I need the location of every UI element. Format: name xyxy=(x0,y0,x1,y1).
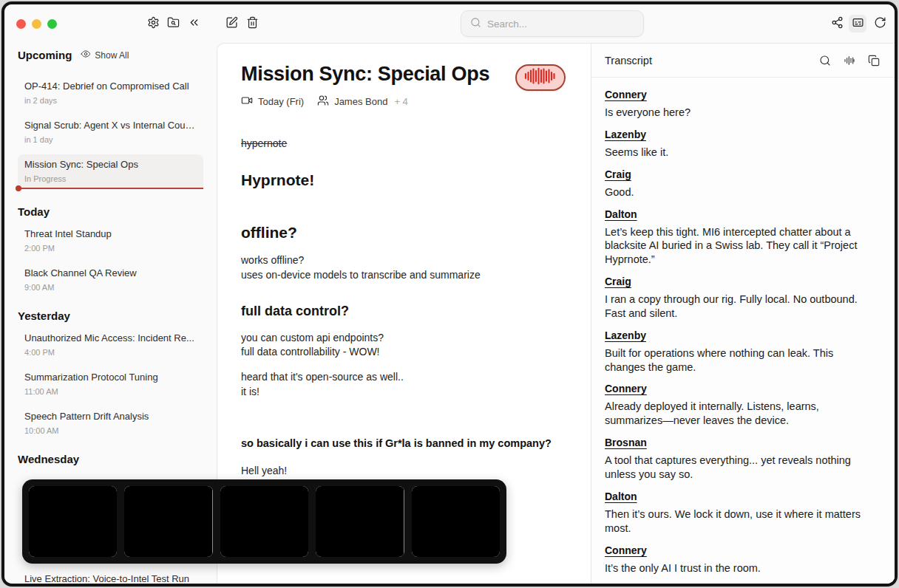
bond-actor-photo-5 xyxy=(412,486,500,557)
transcript-entry: Dalton Then it’s ours. We lock it down, … xyxy=(605,490,877,536)
speaker-label[interactable]: Lazenby xyxy=(605,129,646,140)
collapse-sidebar-button[interactable] xyxy=(185,15,203,33)
transcript-list: Connery Is everyone here? Lazenby Seems … xyxy=(591,78,895,584)
transcript-entry: Craig xyxy=(605,583,877,584)
sidebar-note-item[interactable]: Speech Pattern Drift Analysis 10:00 AM xyxy=(18,406,203,440)
record-button[interactable] xyxy=(515,64,566,91)
toolbar xyxy=(4,4,895,43)
speaker-label[interactable]: Craig xyxy=(605,276,631,287)
bond-photo-strip xyxy=(22,479,506,564)
toggle-transcript-button[interactable] xyxy=(849,15,866,33)
sidebar-note-item[interactable]: Unauthorized Mic Access: Incident Re... … xyxy=(18,328,203,361)
delete-note-button[interactable] xyxy=(243,15,261,33)
transcript-entry: Craig Good. xyxy=(605,168,877,199)
traffic-lights xyxy=(16,19,57,29)
record-waveform-icon xyxy=(523,66,557,89)
note-title[interactable]: Mission Sync: Special Ops xyxy=(241,63,489,86)
meeting-date[interactable]: Today (Fri) xyxy=(241,95,304,109)
note-heading: Hyprnote! xyxy=(241,169,566,191)
speaker-label[interactable]: Brosnan xyxy=(605,437,647,448)
sidebar-note-item[interactable]: OP-414: Debrief on Compromised Call in 2… xyxy=(18,76,203,109)
transcript-entry: Connery It’s the only AI I trust in the … xyxy=(605,544,877,575)
note-heading: offline? xyxy=(241,222,566,243)
transcript-panel: Transcript Connery Is everyone here? Laz… xyxy=(591,44,895,584)
app-window: Upcoming Show All OP-414: Debrief on Com… xyxy=(1,1,898,587)
eye-icon xyxy=(81,49,91,61)
sidebar-note-item[interactable]: Signal Scrub: Agent X vs Internal Coun..… xyxy=(18,115,203,148)
sidebar-note-item-selected[interactable]: Mission Sync: Special Ops In Progress xyxy=(18,154,203,189)
transcript-search-button[interactable] xyxy=(819,55,831,66)
search-input[interactable] xyxy=(487,18,634,30)
sidebar-note-item[interactable]: Summarization Protocol Tuning 11:00 AM xyxy=(18,367,203,400)
transcript-entry: Lazenby Built for operations where nothi… xyxy=(605,329,877,375)
note-answer: Hell yeah! xyxy=(241,464,566,479)
note-paragraph: you can custom api endpoints? full data … xyxy=(241,331,566,360)
sync-icon xyxy=(874,16,886,32)
share-icon xyxy=(831,16,844,32)
speaker-label[interactable]: Connery xyxy=(605,89,647,100)
sidebar-note-item[interactable]: Black Channel QA Review 9:00 AM xyxy=(18,263,203,296)
note-paragraph: works offline? uses on-device models to … xyxy=(241,253,566,282)
edit-icon xyxy=(225,16,238,32)
note-body[interactable]: hypernote Hyprnote! offline? works offli… xyxy=(241,137,566,479)
transcript-entry: Dalton Let’s keep this tight. MI6 interc… xyxy=(605,208,877,267)
new-note-button[interactable] xyxy=(223,15,240,33)
note-question: so basically i can use this if Gr*la is … xyxy=(241,436,566,451)
speaker-label[interactable]: Connery xyxy=(605,383,647,394)
sidebar-note-item[interactable]: Live Extraction: Voice-to-Intel Test Run xyxy=(18,569,203,584)
speaker-label[interactable]: Craig xyxy=(605,168,631,180)
copy-icon[interactable] xyxy=(868,55,880,66)
note-strikethrough: hypernote xyxy=(241,137,566,151)
sidebar-section-upcoming: Upcoming xyxy=(18,49,72,61)
transcript-entry: Connery Is everyone here? xyxy=(605,88,877,120)
transcript-entry: Brosnan A tool that captures everything.… xyxy=(605,436,877,482)
close-window-button[interactable] xyxy=(16,19,26,29)
search-bar[interactable] xyxy=(461,10,644,37)
transcript-entry: Connery Already deployed it internally. … xyxy=(605,382,877,428)
sidebar-section-wednesday: Wednesday xyxy=(4,445,217,470)
sidebar-section-today: Today xyxy=(4,198,217,222)
sidebar-section-yesterday: Yesterday xyxy=(4,302,217,327)
note-heading: full data control? xyxy=(241,302,566,321)
participants[interactable]: James Bond + 4 xyxy=(317,95,408,109)
bond-actor-photo-1 xyxy=(29,486,117,557)
gear-icon xyxy=(147,16,160,32)
show-all-button[interactable]: Show All xyxy=(81,49,129,61)
waveform-icon[interactable] xyxy=(844,55,855,66)
zoom-window-button[interactable] xyxy=(47,19,57,29)
share-button[interactable] xyxy=(828,15,846,33)
minimize-window-button[interactable] xyxy=(32,19,41,29)
bond-actor-photo-4 xyxy=(316,486,404,557)
sidebar-note-item[interactable]: Threat Intel Standup 2:00 PM xyxy=(18,224,203,257)
bond-actor-photo-3 xyxy=(220,486,308,557)
bond-actor-photo-2 xyxy=(124,486,212,557)
note-paragraph: heard that it's open-source as well.. it… xyxy=(241,370,566,399)
settings-button[interactable] xyxy=(144,15,162,33)
speaker-label[interactable]: Dalton xyxy=(605,208,637,220)
speaker-label[interactable]: Lazenby xyxy=(605,329,646,341)
search-icon xyxy=(470,17,481,31)
transcript-title: Transcript xyxy=(605,55,652,66)
speaker-label[interactable]: Connery xyxy=(605,544,647,556)
participant-count: + 4 xyxy=(394,96,407,107)
video-icon xyxy=(241,95,253,109)
people-icon xyxy=(317,95,329,109)
speaker-label[interactable]: Dalton xyxy=(605,490,637,502)
trash-icon xyxy=(246,16,259,32)
transcript-entry: Lazenby Seems like it. xyxy=(605,128,877,160)
browse-notes-button[interactable] xyxy=(164,15,182,33)
folder-search-icon xyxy=(167,16,180,32)
transcript-entry: Craig I ran a copy through our rig. Full… xyxy=(605,275,877,321)
captions-icon xyxy=(852,16,864,32)
chevrons-left-icon xyxy=(188,16,200,32)
sync-button[interactable] xyxy=(871,15,889,33)
